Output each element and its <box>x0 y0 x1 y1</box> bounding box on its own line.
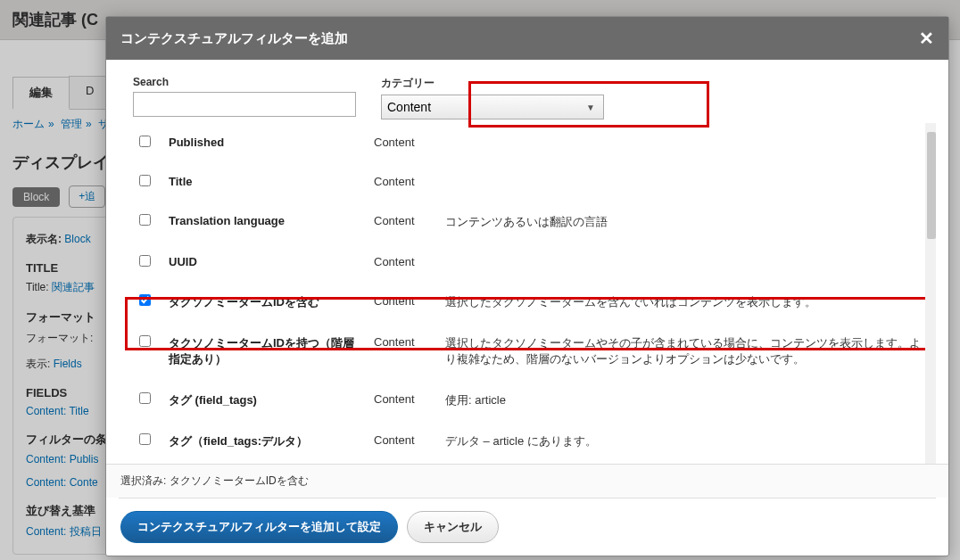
selected-summary: 選択済み: タクソノミータームIDを含む <box>106 464 948 498</box>
row-name: Published <box>161 123 367 162</box>
table-row[interactable]: タグ（field_tags:デルタ）Contentデルタ – article に… <box>119 421 936 462</box>
row-name: UUID <box>161 243 367 282</box>
row-category: Content <box>367 421 438 462</box>
row-name: タグ（field_tags:デルタ） <box>161 421 367 462</box>
search-input[interactable] <box>133 92 356 117</box>
row-name: Translation language <box>161 202 367 243</box>
row-checkbox[interactable] <box>139 175 151 186</box>
modal-footer: コンテクスチュアルフィルターを追加して設定 キャンセル <box>106 498 948 556</box>
row-category: Content <box>367 162 438 202</box>
modal: コンテクスチュアルフィルターを追加 ✕ Search カテゴリー Content… <box>105 16 949 556</box>
table-row[interactable]: PublishedContent <box>119 123 936 162</box>
row-category: Content <box>367 202 438 243</box>
scrollbar[interactable] <box>925 123 936 464</box>
row-category: Content <box>367 380 438 421</box>
row-name: Title <box>161 162 367 202</box>
cancel-button[interactable]: キャンセル <box>407 511 499 543</box>
modal-table: PublishedContentTitleContentTranslation … <box>119 123 936 464</box>
table-row[interactable]: UUIDContent <box>119 243 936 282</box>
row-checkbox[interactable] <box>139 255 151 267</box>
highlight-box <box>468 81 709 128</box>
search-label: Search <box>133 76 356 88</box>
submit-button[interactable]: コンテクスチュアルフィルターを追加して設定 <box>120 511 398 543</box>
row-description: デルタ – article にあります。 <box>438 421 936 462</box>
row-category: Content <box>367 123 438 162</box>
row-description: コンテンツあるいは翻訳の言語 <box>438 202 936 243</box>
table-row[interactable]: Translation languageContentコンテンツあるいは翻訳の言… <box>119 202 936 243</box>
row-description <box>438 243 936 282</box>
row-description: 使用: article <box>438 380 936 421</box>
options-table: PublishedContentTitleContentTranslation … <box>119 123 936 462</box>
row-category: Content <box>367 243 438 282</box>
row-checkbox[interactable] <box>139 136 151 147</box>
table-row[interactable]: TitleContent <box>119 162 936 202</box>
modal-header: コンテクスチュアルフィルターを追加 ✕ <box>106 17 948 60</box>
row-name: タグ (field_tags) <box>161 380 367 421</box>
modal-title: コンテクスチュアルフィルターを追加 <box>120 30 348 47</box>
table-row[interactable]: タグ (field_tags)Content使用: article <box>119 380 936 421</box>
close-icon[interactable]: ✕ <box>919 28 934 49</box>
highlight-box <box>125 297 933 350</box>
row-description <box>438 123 936 162</box>
row-description <box>438 162 936 202</box>
row-checkbox[interactable] <box>139 392 151 404</box>
row-checkbox[interactable] <box>139 433 151 445</box>
row-checkbox[interactable] <box>139 214 151 226</box>
